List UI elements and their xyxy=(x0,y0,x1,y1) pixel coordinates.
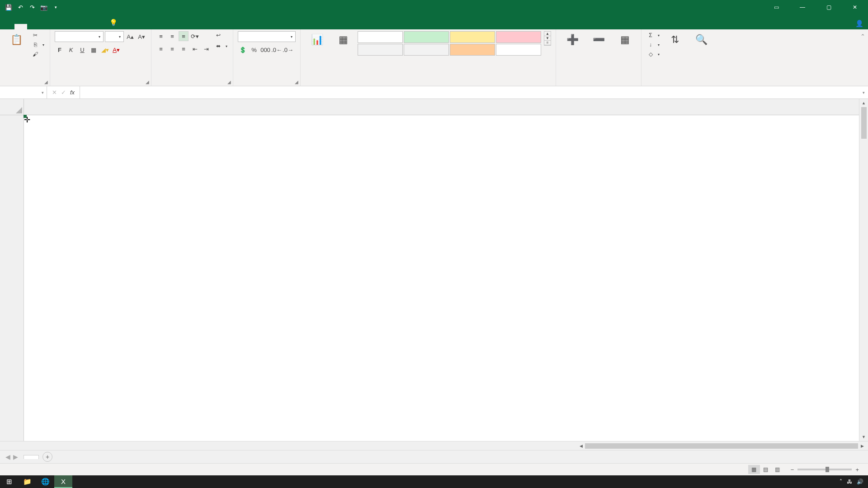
launcher-icon[interactable]: ◢ xyxy=(44,80,48,84)
insert-cells-button[interactable]: ➕ xyxy=(561,31,584,49)
undo-icon[interactable]: ↶ xyxy=(16,3,24,11)
ribbon-display-icon[interactable]: ▭ xyxy=(766,0,787,14)
fill-handle[interactable] xyxy=(24,115,27,118)
tab-data[interactable] xyxy=(65,24,78,29)
collapse-ribbon-icon[interactable]: ⌃ xyxy=(857,29,868,86)
tab-formulas[interactable] xyxy=(52,24,65,29)
launcher-icon[interactable]: ◢ xyxy=(227,80,231,84)
close-icon[interactable]: ✕ xyxy=(844,0,865,14)
currency-icon[interactable]: 💲 xyxy=(238,45,248,55)
tray-chevron-icon[interactable]: ˄ xyxy=(840,479,842,485)
font-name-select[interactable]: ▾ xyxy=(55,31,104,42)
redo-icon[interactable]: ↷ xyxy=(28,3,36,11)
percent-icon[interactable]: % xyxy=(249,45,259,55)
copy-button[interactable]: ⎘ ▾ xyxy=(31,41,45,49)
column-headers[interactable] xyxy=(24,99,859,115)
tab-home[interactable] xyxy=(14,24,27,29)
indent-dec-icon[interactable]: ⇤ xyxy=(190,44,200,54)
view-normal-icon[interactable]: ▦ xyxy=(748,465,760,474)
tray-volume-icon[interactable]: 🔊 xyxy=(857,479,863,485)
edge-icon[interactable]: 🌐 xyxy=(36,475,54,488)
launcher-icon[interactable]: ◢ xyxy=(146,80,149,84)
style-erklar[interactable] xyxy=(496,44,541,56)
bold-icon[interactable]: F xyxy=(55,45,65,55)
zoom-out-icon[interactable]: − xyxy=(791,466,794,473)
font-size-select[interactable]: ▾ xyxy=(105,31,124,42)
merge-center-button[interactable]: ⬌ ▾ xyxy=(214,42,228,50)
tab-view[interactable] xyxy=(90,24,103,29)
tab-insert[interactable] xyxy=(27,24,40,29)
zoom-in-icon[interactable]: + xyxy=(855,466,859,473)
decrease-font-icon[interactable]: A▾ xyxy=(137,32,146,42)
number-format-select[interactable]: ▾ xyxy=(238,31,296,42)
format-as-table-button[interactable]: ▦ xyxy=(331,31,355,49)
share-button[interactable]: 👤 xyxy=(855,20,863,28)
vertical-scrollbar[interactable]: ▲ ▼ xyxy=(859,99,868,441)
save-icon[interactable]: 💾 xyxy=(5,3,13,11)
start-button[interactable]: ⊞ xyxy=(0,475,18,488)
style-ausgabe[interactable] xyxy=(358,44,403,56)
scrollbar-thumb[interactable] xyxy=(585,443,858,449)
paste-button[interactable]: 📋 xyxy=(5,31,28,49)
fx-icon[interactable]: fx xyxy=(69,89,76,96)
view-pagebreak-icon[interactable]: ▥ xyxy=(772,465,783,474)
inc-decimal-icon[interactable]: .0← xyxy=(272,45,282,55)
style-standard[interactable] xyxy=(358,31,403,43)
tray-network-icon[interactable]: 🖧 xyxy=(847,479,852,485)
add-sheet-button[interactable]: + xyxy=(42,452,52,462)
tab-review[interactable] xyxy=(78,24,90,29)
scroll-down-icon[interactable]: ▼ xyxy=(859,433,868,441)
format-cells-button[interactable]: ▦ xyxy=(613,31,637,49)
orientation-icon[interactable]: ⟳▾ xyxy=(190,31,200,41)
find-select-button[interactable]: 🔍 xyxy=(689,31,713,49)
tab-pagelayout[interactable] xyxy=(40,24,52,29)
style-gut[interactable] xyxy=(404,31,449,43)
view-pagelayout-icon[interactable]: ▤ xyxy=(760,465,772,474)
launcher-icon[interactable]: ◢ xyxy=(295,80,298,84)
tab-file[interactable] xyxy=(2,24,14,29)
fill-color-icon[interactable]: ◢▾ xyxy=(100,45,110,55)
scrollbar-thumb[interactable] xyxy=(861,107,867,139)
dec-decimal-icon[interactable]: .0→ xyxy=(283,45,293,55)
delete-cells-button[interactable]: ➖ xyxy=(587,31,610,49)
clear-button[interactable]: ◇ ▾ xyxy=(646,50,660,58)
cell-styles-gallery[interactable] xyxy=(358,31,541,56)
indent-inc-icon[interactable]: ⇥ xyxy=(201,44,211,54)
tab-nav-next-icon[interactable]: ▶ xyxy=(13,453,18,460)
scroll-right-icon[interactable]: ▶ xyxy=(858,444,866,448)
align-right-icon[interactable]: ≡ xyxy=(179,44,189,54)
tab-nav-prev-icon[interactable]: ◀ xyxy=(5,453,10,460)
align-top-icon[interactable]: ≡ xyxy=(156,31,166,41)
tellme-search[interactable]: 💡 xyxy=(103,16,127,29)
sheet-tab[interactable] xyxy=(24,455,39,459)
cancel-formula-icon[interactable]: ✕ xyxy=(51,89,58,96)
excel-taskbar-icon[interactable]: X xyxy=(54,475,72,488)
align-center-icon[interactable]: ≡ xyxy=(167,44,177,54)
horizontal-scrollbar[interactable]: ◀ ▶ xyxy=(0,441,868,450)
qat-more-icon[interactable]: ▾ xyxy=(52,3,60,11)
font-color-icon[interactable]: A▾ xyxy=(111,45,121,55)
italic-icon[interactable]: K xyxy=(66,45,76,55)
increase-font-icon[interactable]: A▴ xyxy=(125,32,135,42)
style-schlecht[interactable] xyxy=(496,31,541,43)
underline-icon[interactable]: U xyxy=(77,45,87,55)
accept-formula-icon[interactable]: ✓ xyxy=(60,89,67,96)
align-bottom-icon[interactable]: ≡ xyxy=(179,31,189,41)
minimize-icon[interactable]: — xyxy=(792,0,813,14)
name-box[interactable] xyxy=(0,86,47,99)
format-painter-button[interactable]: 🖌 xyxy=(31,50,45,58)
conditional-formatting-button[interactable]: 📊 xyxy=(305,31,329,49)
style-neutral[interactable] xyxy=(450,31,495,43)
row-headers[interactable] xyxy=(0,115,24,441)
align-middle-icon[interactable]: ≡ xyxy=(167,31,177,41)
cut-button[interactable]: ✂ xyxy=(31,31,45,39)
sort-filter-button[interactable]: ⇅ xyxy=(663,31,687,49)
comma-icon[interactable]: 000 xyxy=(260,45,270,55)
formula-input[interactable] xyxy=(80,86,859,99)
expand-formula-icon[interactable]: ▾ xyxy=(859,90,868,95)
zoom-slider[interactable] xyxy=(797,469,852,470)
gallery-nav[interactable]: ▲▼≡ xyxy=(544,31,551,46)
scroll-up-icon[interactable]: ▲ xyxy=(859,99,868,107)
style-eingabe[interactable] xyxy=(450,44,495,56)
scroll-left-icon[interactable]: ◀ xyxy=(577,444,585,448)
